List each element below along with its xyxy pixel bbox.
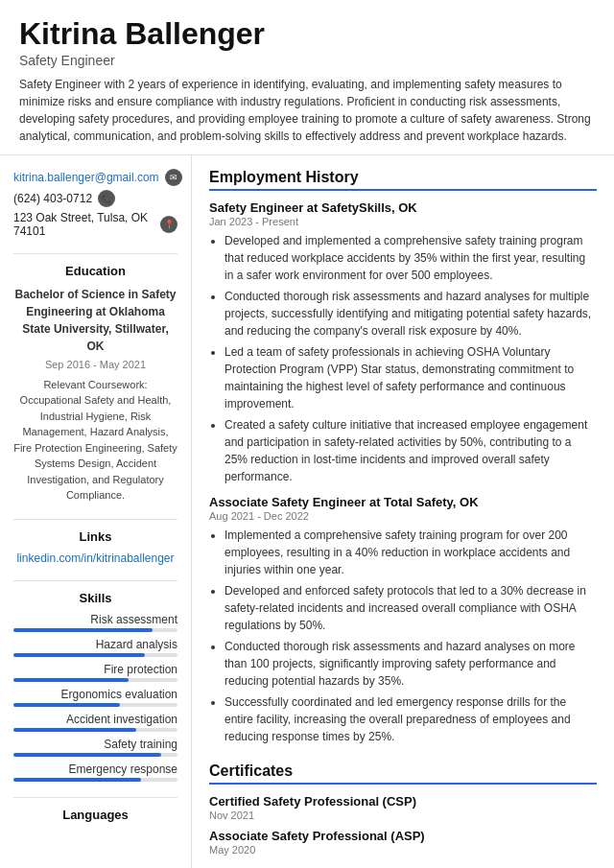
address-contact: 123 Oak Street, Tulsa, OK 74101 📍: [13, 211, 177, 238]
skill-bar-fill: [13, 678, 129, 682]
coursework-label: Relevant Coursework:: [43, 379, 147, 390]
skill-bar-fill: [13, 628, 153, 632]
job-date: Aug 2021 - Dec 2022: [209, 510, 597, 522]
skill-label: Fire protection: [13, 663, 177, 676]
job-bullet: Developed and enforced safety protocols …: [224, 582, 597, 634]
job-entry: Safety Engineer at SafetySkills, OK Jan …: [209, 200, 597, 485]
degree: Bachelor of Science in Safety Engineerin…: [13, 286, 177, 355]
job-date: Jan 2023 - Present: [209, 216, 597, 227]
skill-bar-bg: [13, 728, 177, 732]
skill-item: Fire protection: [13, 663, 177, 682]
job-bullets: Developed and implemented a comprehensiv…: [209, 232, 597, 485]
job-entry: Associate Safety Engineer at Total Safet…: [209, 495, 597, 745]
skill-label: Ergonomics evaluation: [13, 688, 177, 701]
email-contact: kitrina.ballenger@gmail.com ✉: [13, 169, 177, 186]
links-heading: Links: [13, 529, 177, 544]
skill-item: Accident investigation: [13, 713, 177, 732]
job-bullet: Created a safety culture initiative that…: [224, 416, 597, 485]
education-block: Bachelor of Science in Safety Engineerin…: [13, 286, 177, 504]
skill-label: Risk assessment: [13, 613, 177, 626]
employment-section: Employment History Safety Engineer at Sa…: [209, 169, 597, 745]
cert-name: Associate Safety Professional (ASP): [209, 829, 597, 843]
job-bullets: Implemented a comprehensive safety train…: [209, 527, 597, 745]
address-text: 123 Oak Street, Tulsa, OK 74101: [13, 211, 154, 238]
job-title: Safety Engineer at SafetySkills, OK: [209, 200, 597, 215]
skill-label: Accident investigation: [13, 713, 177, 726]
certificates-heading: Certificates: [209, 762, 597, 785]
skills-list: Risk assessment Hazard analysis Fire pro…: [13, 613, 177, 782]
skill-bar-bg: [13, 778, 177, 782]
job-bullet: Led a team of safety professionals in ac…: [224, 343, 597, 412]
header: Kitrina Ballenger Safety Engineer Safety…: [0, 0, 614, 155]
education-section: Education Bachelor of Science in Safety …: [13, 253, 177, 504]
skill-label: Hazard analysis: [13, 638, 177, 651]
languages-section: Languages: [13, 797, 177, 822]
languages-heading: Languages: [13, 808, 177, 822]
candidate-title: Safety Engineer: [19, 53, 595, 68]
jobs-list: Safety Engineer at SafetySkills, OK Jan …: [209, 200, 597, 745]
job-bullet: Conducted thorough risk assessments and …: [224, 288, 597, 340]
skill-item: Risk assessment: [13, 613, 177, 632]
phone-text: (624) 403-0712: [13, 192, 92, 205]
phone-contact: (624) 403-0712 📞: [13, 190, 177, 207]
skill-item: Ergonomics evaluation: [13, 688, 177, 707]
skill-bar-fill: [13, 753, 161, 757]
candidate-summary: Safety Engineer with 2 years of experien…: [19, 76, 595, 145]
skill-item: Safety training: [13, 738, 177, 757]
job-bullet: Successfully coordinated and led emergen…: [224, 693, 597, 745]
skill-label: Emergency response: [13, 762, 177, 776]
cert-name: Certified Safety Professional (CSP): [209, 794, 597, 809]
job-bullet: Developed and implemented a comprehensiv…: [224, 232, 597, 284]
skill-label: Safety training: [13, 738, 177, 751]
links-section: Links linkedin.com/in/kitrinaballenger: [13, 519, 177, 565]
resume-page: Kitrina Ballenger Safety Engineer Safety…: [0, 0, 614, 868]
linkedin-link[interactable]: linkedin.com/in/kitrinaballenger: [13, 551, 177, 565]
skill-bar-bg: [13, 653, 177, 657]
skill-bar-bg: [13, 753, 177, 757]
coursework-text: Occupational Safety and Health, Industri…: [13, 394, 177, 501]
cert-entry: Certified Safety Professional (CSP) Nov …: [209, 794, 597, 821]
education-heading: Education: [13, 264, 177, 278]
skill-bar-fill: [13, 728, 136, 732]
skill-bar-bg: [13, 703, 177, 707]
main-content: Employment History Safety Engineer at Sa…: [192, 155, 614, 868]
skill-bar-fill: [13, 703, 120, 707]
job-title: Associate Safety Engineer at Total Safet…: [209, 495, 597, 509]
skills-section: Skills Risk assessment Hazard analysis F…: [13, 580, 177, 782]
skill-bar-fill: [13, 653, 145, 657]
certs-list: Certified Safety Professional (CSP) Nov …: [209, 794, 597, 856]
body: kitrina.ballenger@gmail.com ✉ (624) 403-…: [0, 155, 614, 868]
job-bullet: Conducted thorough risk assessments and …: [224, 638, 597, 690]
skill-item: Hazard analysis: [13, 638, 177, 657]
email-link[interactable]: kitrina.ballenger@gmail.com: [13, 171, 159, 184]
coursework: Relevant Coursework: Occupational Safety…: [13, 377, 177, 504]
certificates-section: Certificates Certified Safety Profession…: [209, 762, 597, 856]
email-icon: ✉: [165, 169, 182, 186]
candidate-name: Kitrina Ballenger: [19, 17, 595, 51]
skill-item: Emergency response: [13, 762, 177, 782]
job-bullet: Implemented a comprehensive safety train…: [224, 527, 597, 578]
sidebar: kitrina.ballenger@gmail.com ✉ (624) 403-…: [0, 155, 192, 868]
cert-date: Nov 2021: [209, 809, 597, 821]
skill-bar-bg: [13, 628, 177, 632]
cert-entry: Associate Safety Professional (ASP) May …: [209, 829, 597, 856]
skill-bar-fill: [13, 778, 141, 782]
edu-dates: Sep 2016 - May 2021: [13, 357, 177, 373]
employment-heading: Employment History: [209, 169, 597, 191]
skill-bar-bg: [13, 678, 177, 682]
cert-date: May 2020: [209, 844, 597, 856]
skills-heading: Skills: [13, 591, 177, 605]
location-icon: 📍: [160, 216, 177, 233]
phone-icon: 📞: [98, 190, 115, 207]
